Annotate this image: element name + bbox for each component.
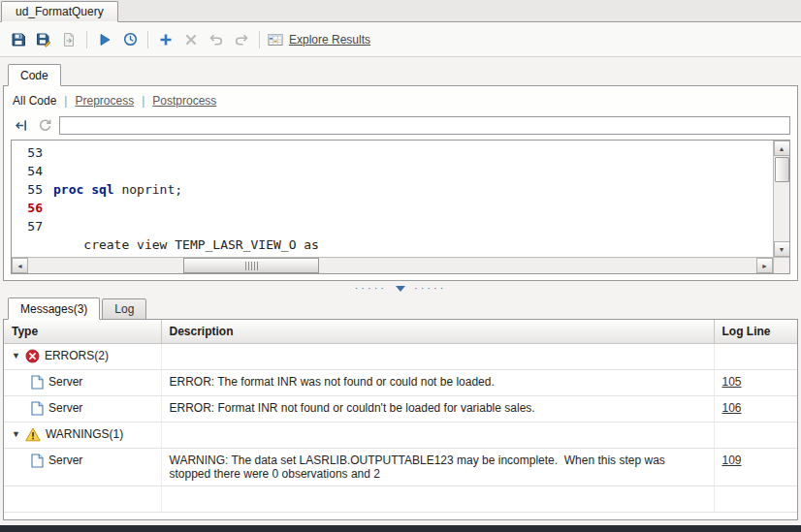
run-icon xyxy=(98,33,112,47)
explore-results: Explore Results xyxy=(268,32,370,47)
dock-left-icon xyxy=(14,118,28,133)
horizontal-scrollbar: ◄ ► xyxy=(12,257,789,273)
save-button[interactable] xyxy=(6,27,31,52)
message-description: ERROR: Format INR not found or couldn't … xyxy=(161,395,714,422)
scroll-thumb-grip xyxy=(245,262,258,270)
nav-preprocess[interactable]: Preprocess xyxy=(75,94,134,108)
horizontal-scroll-thumb[interactable] xyxy=(183,258,319,273)
scroll-right-button[interactable]: ► xyxy=(756,258,773,273)
code-token: noprint; xyxy=(114,182,182,197)
redo-button[interactable] xyxy=(229,27,254,52)
delete-button[interactable] xyxy=(178,27,204,52)
plus-icon xyxy=(159,33,173,47)
splitter-dots: ····· xyxy=(355,283,387,294)
group-label: WARNINGS(1) xyxy=(46,427,123,441)
table-filler xyxy=(4,513,797,520)
scroll-up-button[interactable]: ▲ xyxy=(774,141,790,156)
line-number: 53 xyxy=(12,143,43,162)
table-row-message[interactable]: Server ERROR: The format INR was not fou… xyxy=(4,369,797,395)
redo-icon xyxy=(234,32,249,47)
explore-results-icon xyxy=(268,32,283,47)
table-row-message[interactable]: Server WARNING: The data set LASRLIB.OUT… xyxy=(4,448,797,485)
line-number: 54 xyxy=(12,162,43,180)
nav-postprocess[interactable]: Postprocess xyxy=(152,94,216,108)
table-row-message[interactable]: Server ERROR: Format INR not found or co… xyxy=(4,395,797,422)
save-as-icon xyxy=(36,32,51,47)
column-header-log-line: Log Line xyxy=(714,320,797,343)
messages-panel: Type Description Log Line ▼ERRORS(2) Ser… xyxy=(3,319,798,520)
collapse-triangle-icon[interactable]: ▼ xyxy=(12,429,20,439)
schedule-button[interactable] xyxy=(117,27,143,52)
explore-results-link[interactable]: Explore Results xyxy=(289,33,370,47)
code-tabrow: Code xyxy=(3,62,798,85)
line-number-error: 56 xyxy=(12,199,43,217)
document-icon xyxy=(31,401,44,416)
tab-log[interactable]: Log xyxy=(102,298,146,320)
warning-icon xyxy=(25,427,41,442)
scroll-left-button[interactable]: ◄ xyxy=(12,258,28,273)
save-icon xyxy=(11,32,26,47)
main-toolbar: Explore Results xyxy=(0,22,801,57)
add-button[interactable] xyxy=(153,27,178,52)
table-row-errors-group[interactable]: ▼ERRORS(2) xyxy=(4,343,797,369)
delete-x-icon xyxy=(185,34,197,46)
error-icon xyxy=(25,349,40,363)
application-window: ud_FormatQuery Explore Results Code All … xyxy=(0,0,801,532)
messages-table: Type Description Log Line ▼ERRORS(2) Ser… xyxy=(4,320,797,513)
code-token: create view TEMP_LASR_VIEW_O as xyxy=(53,237,319,252)
tab-log-label: Log xyxy=(114,302,134,316)
code-scope-nav: All Code | Preprocess | Postprocess xyxy=(11,92,790,115)
line-number-gutter: 53 54 55 56 57 xyxy=(12,141,48,257)
code-filter-input[interactable] xyxy=(59,116,790,135)
toolbar-separator xyxy=(86,31,87,48)
horizontal-scroll-track[interactable] xyxy=(28,258,756,273)
tab-code[interactable]: Code xyxy=(8,64,61,86)
log-line-link[interactable]: 109 xyxy=(722,454,742,467)
code-token: proc sql xyxy=(53,182,114,197)
toolbar-separator xyxy=(259,31,260,48)
message-description: WARNING: The data set LASRLIB.OUTPUTTABL… xyxy=(161,448,714,485)
vertical-scrollbar: ▲ ▼ xyxy=(773,141,789,257)
content-area: Code All Code | Preprocess | Postprocess… xyxy=(0,57,801,525)
vertical-scroll-thumb[interactable] xyxy=(775,157,789,182)
undo-button[interactable] xyxy=(204,27,229,52)
code-text-area[interactable]: proc sql noprint; create view TEMP_LASR_… xyxy=(48,141,773,257)
export-icon xyxy=(61,32,77,47)
export-button[interactable] xyxy=(56,27,81,52)
message-source: Server xyxy=(48,375,82,389)
message-source: Server xyxy=(48,401,82,415)
code-panel: All Code | Preprocess | Postprocess 53 5… xyxy=(3,85,798,281)
document-tab[interactable]: ud_FormatQuery xyxy=(1,1,118,22)
splitter-collapse-icon xyxy=(396,286,405,292)
bottom-edge-bar xyxy=(0,525,801,532)
messages-tabrow: Messages(3) Log xyxy=(3,296,798,319)
refresh-icon xyxy=(38,118,52,133)
document-icon xyxy=(31,454,44,468)
refresh-code-button[interactable] xyxy=(35,116,54,136)
code-line: create view TEMP_LASR_VIEW_O as xyxy=(53,235,773,254)
nav-separator: | xyxy=(142,94,144,108)
document-icon xyxy=(31,375,44,390)
code-editor: 53 54 55 56 57 proc sql noprint; create … xyxy=(11,140,790,274)
collapse-triangle-icon[interactable]: ▼ xyxy=(12,351,20,360)
save-as-button[interactable] xyxy=(31,27,56,52)
dock-editor-button[interactable] xyxy=(11,116,30,136)
table-row-warnings-group[interactable]: ▼WARNINGS(1) xyxy=(4,422,797,448)
tab-code-label: Code xyxy=(20,69,48,82)
log-line-link[interactable]: 105 xyxy=(722,375,742,389)
log-line-link[interactable]: 106 xyxy=(722,401,742,415)
line-number: 55 xyxy=(12,180,43,199)
toolbar-separator xyxy=(147,31,148,48)
table-header-row: Type Description Log Line xyxy=(4,320,797,343)
column-header-description: Description xyxy=(161,320,714,343)
run-button[interactable] xyxy=(92,27,117,52)
editor-toolbar xyxy=(11,115,790,136)
panel-splitter[interactable]: ····· ····· xyxy=(3,281,798,296)
tab-messages[interactable]: Messages(3) xyxy=(8,297,100,320)
scroll-down-button[interactable]: ▼ xyxy=(774,241,790,257)
line-number: 57 xyxy=(12,217,43,235)
column-header-type: Type xyxy=(4,320,161,343)
nav-all-code[interactable]: All Code xyxy=(13,94,56,108)
message-source: Server xyxy=(48,454,82,467)
code-line: proc sql noprint; xyxy=(53,180,773,199)
